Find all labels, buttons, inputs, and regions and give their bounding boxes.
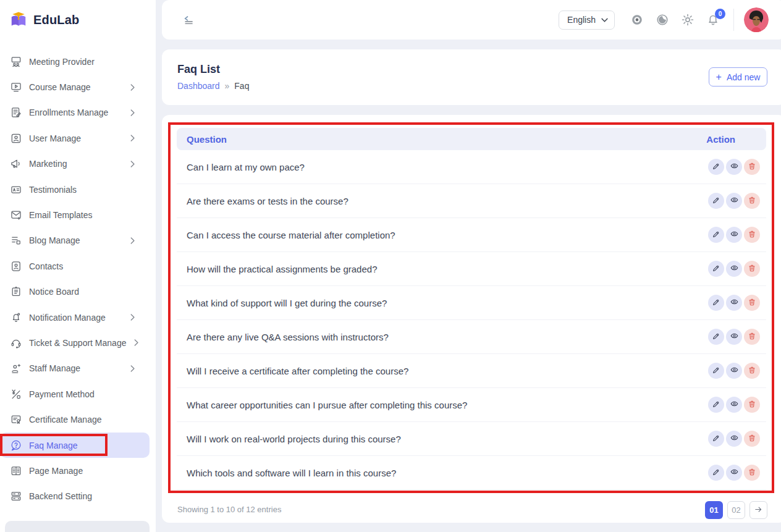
eye-icon[interactable] (630, 13, 644, 27)
delete-button[interactable] (744, 227, 760, 243)
delete-button[interactable] (744, 261, 760, 277)
chevron-right-icon (129, 237, 136, 244)
edit-button[interactable] (708, 431, 724, 447)
faq-question-text: Which tools and software will I learn in… (177, 468, 396, 478)
delete-button[interactable] (744, 363, 760, 379)
sidebar-collapse-icon[interactable] (182, 13, 196, 27)
sidebar-item-enrollments-manage[interactable]: Enrollments Manage (0, 100, 150, 125)
showing-entries-text: Showing 1 to 10 of 12 entries (177, 505, 281, 514)
view-button[interactable] (726, 329, 742, 345)
sidebar-item-faq-manage[interactable]: Faq Manage (0, 433, 150, 458)
view-button[interactable] (726, 295, 742, 311)
sidebar-item-label: Ticket & Support Manage (29, 338, 126, 348)
sidebar-item-user-manage[interactable]: User Manage (0, 125, 150, 151)
notifications-bell-icon[interactable]: 0 (706, 13, 720, 27)
delete-button[interactable] (744, 431, 760, 447)
breadcrumb-current: Faq (234, 81, 249, 91)
pencil-icon (712, 332, 720, 342)
sidebar-item-course-manage[interactable]: Course Manage (0, 74, 150, 99)
sidebar-item-page-manage[interactable]: Page Manage (0, 458, 150, 483)
delete-button[interactable] (744, 465, 760, 481)
edit-button[interactable] (708, 159, 724, 175)
eye-icon (730, 263, 739, 274)
page-button-02[interactable]: 02 (727, 501, 745, 519)
edit-button[interactable] (708, 363, 724, 379)
row-action-group (708, 431, 766, 447)
sidebar-item-email-templates[interactable]: Email Templates (0, 202, 150, 227)
delete-button[interactable] (744, 397, 760, 413)
next-page-button[interactable] (749, 501, 767, 519)
trash-icon (748, 298, 756, 308)
sidebar-item-blog-manage[interactable]: Blog Manage (0, 228, 150, 253)
row-action-group (708, 329, 766, 345)
pencil-icon (712, 400, 720, 410)
chevron-down-icon (601, 18, 608, 22)
delete-button[interactable] (744, 159, 760, 175)
edit-button[interactable] (708, 329, 724, 345)
sidebar-item-staff-manage[interactable]: Staff Manage (0, 356, 150, 381)
trash-icon (748, 162, 756, 172)
delete-button[interactable] (744, 329, 760, 345)
dark-mode-icon[interactable] (656, 13, 669, 27)
sidebar-item-backend-setting[interactable]: Backend Setting (0, 484, 150, 509)
faq-question-text: Are there exams or tests in the course? (177, 196, 348, 206)
trash-icon (748, 196, 756, 206)
page-button-01[interactable]: 01 (705, 501, 723, 519)
column-header-question: Question (177, 134, 227, 145)
faq-question-text: What career opportunities can I pursue a… (177, 400, 467, 410)
edit-button[interactable] (708, 397, 724, 413)
faq-table-row: What career opportunities can I pursue a… (177, 388, 766, 422)
view-button[interactable] (726, 397, 742, 413)
sidebar-item-label: User Manage (29, 133, 81, 143)
view-button[interactable] (726, 227, 742, 243)
sidebar-item-marketing[interactable]: Marketing (0, 151, 150, 177)
language-selected-label: English (567, 15, 596, 25)
edit-button[interactable] (708, 295, 724, 311)
breadcrumb-separator: » (225, 81, 230, 91)
sidebar-item-meeting-provider[interactable]: Meeting Provider (0, 49, 150, 74)
row-action-group (708, 465, 766, 481)
edit-button[interactable] (708, 193, 724, 209)
settings-gear-icon[interactable] (681, 13, 694, 27)
sidebar-item-label: Backend Setting (29, 491, 92, 501)
view-button[interactable] (726, 261, 742, 277)
add-new-button-label: Add new (727, 72, 760, 82)
chevron-right-icon (133, 339, 140, 346)
pencil-icon (712, 162, 720, 172)
edit-button[interactable] (708, 465, 724, 481)
sidebar-item-notice-board[interactable]: Notice Board (0, 279, 150, 305)
user-avatar-photo[interactable] (744, 7, 769, 32)
page-title-card: Faq List Dashboard » Faq + Add new (162, 49, 781, 105)
row-action-group (708, 159, 766, 175)
header-actions: English (559, 7, 781, 32)
edit-button[interactable] (708, 261, 724, 277)
sidebar-item-contacts[interactable]: Contacts (0, 253, 150, 279)
sidebar-item-label: Email Templates (29, 210, 92, 220)
app-name: EduLab (33, 13, 80, 27)
delete-button[interactable] (744, 193, 760, 209)
faq-table-row: Can I access the course material after c… (177, 218, 766, 252)
sidebar-item-testimonials[interactable]: Testimonials (0, 177, 150, 202)
graduation-book-icon (9, 11, 28, 29)
sidebar-item-certificate-manage[interactable]: Certificate Manage (0, 407, 150, 432)
view-button[interactable] (726, 465, 742, 481)
user-card-icon (10, 132, 22, 145)
sidebar-item-ticket-support-manage[interactable]: Ticket & Support Manage (0, 330, 150, 355)
add-new-button[interactable]: + Add new (709, 67, 767, 87)
sidebar-item-payment-method[interactable]: Payment Method (0, 381, 150, 407)
view-button[interactable] (726, 431, 742, 447)
edit-button[interactable] (708, 227, 724, 243)
view-button[interactable] (726, 159, 742, 175)
view-button[interactable] (726, 363, 742, 379)
language-select[interactable]: English (559, 11, 615, 30)
delete-button[interactable] (744, 295, 760, 311)
app-logo[interactable]: EduLab (0, 0, 156, 29)
meeting-provider-icon (10, 56, 22, 68)
sidebar-item-notification-manage[interactable]: Notification Manage (0, 305, 150, 330)
view-button[interactable] (726, 193, 742, 209)
pencil-icon (712, 434, 720, 444)
trash-icon (748, 230, 756, 240)
breadcrumb-dashboard-link[interactable]: Dashboard (177, 81, 220, 91)
pencil-icon (712, 366, 720, 376)
trash-icon (748, 366, 756, 376)
